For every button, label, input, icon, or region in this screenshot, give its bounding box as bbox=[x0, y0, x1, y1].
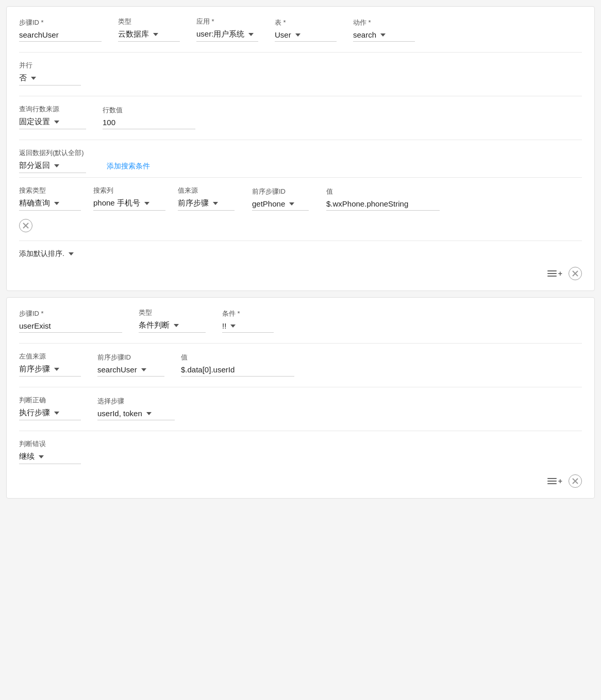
search-col-select[interactable]: phone 手机号 bbox=[93, 198, 165, 211]
card2-add-row-button[interactable]: + bbox=[547, 477, 562, 485]
parallel-value: 否 bbox=[19, 73, 27, 83]
divider-4 bbox=[19, 177, 582, 178]
parallel-label: 并行 bbox=[19, 61, 81, 70]
card2-select-step-value: userId, token bbox=[97, 409, 142, 418]
x-icon bbox=[23, 223, 29, 229]
card2-judge-correct-label: 判断正确 bbox=[19, 396, 81, 405]
field-row-count: 行数值 bbox=[103, 106, 195, 129]
return-data-value: 部分返回 bbox=[19, 161, 50, 170]
card2-add-row-lines-icon bbox=[547, 478, 557, 484]
card2-type-label: 类型 bbox=[139, 308, 206, 317]
card2-left-source-label: 左值来源 bbox=[19, 352, 81, 361]
card2-condition-select[interactable]: !! bbox=[222, 321, 274, 333]
card2-condition-chevron-icon bbox=[230, 325, 236, 328]
field-step-id: 步骤ID * bbox=[19, 18, 102, 42]
card2-select-step-select[interactable]: userId, token bbox=[97, 409, 175, 420]
card2-add-row-plus-icon: + bbox=[558, 477, 562, 485]
return-data-select[interactable]: 部分返回 bbox=[19, 161, 86, 173]
value-source-chevron-icon bbox=[213, 202, 218, 205]
card2-field-step-id: 步骤ID * bbox=[19, 309, 122, 333]
search-type-label: 搜索类型 bbox=[19, 186, 81, 195]
card2-field-prev-step-id: 前序步骤ID searchUser bbox=[97, 353, 164, 377]
row-query-rows: 查询行数来源 固定设置 行数值 bbox=[19, 105, 582, 129]
action-label: 动作 * bbox=[353, 18, 415, 27]
parallel-select[interactable]: 否 bbox=[19, 73, 81, 86]
card2-select-step-chevron-icon bbox=[146, 412, 152, 415]
return-data-chevron-icon bbox=[54, 164, 59, 167]
card2-condition-label: 条件 * bbox=[222, 309, 284, 318]
query-rows-source-chevron-icon bbox=[54, 121, 59, 124]
search-col-label: 搜索列 bbox=[93, 186, 165, 195]
divider-3 bbox=[19, 140, 582, 140]
card2-prev-step-id-label: 前序步骤ID bbox=[97, 353, 164, 362]
type-label: 类型 bbox=[118, 17, 180, 26]
card2-prev-step-id-chevron-icon bbox=[141, 368, 146, 371]
card2-divider-3 bbox=[19, 431, 582, 431]
value-source-select[interactable]: 前序步骤 bbox=[178, 198, 235, 211]
search-col-chevron-icon bbox=[144, 202, 149, 205]
card-search-user: 步骤ID * 类型 云数据库 应用 * user:用户系统 表 * User bbox=[6, 6, 595, 291]
remove-condition-button[interactable] bbox=[19, 219, 32, 232]
query-rows-source-select[interactable]: 固定设置 bbox=[19, 117, 86, 129]
row-count-input[interactable] bbox=[103, 118, 195, 129]
remove-condition-area bbox=[19, 219, 582, 232]
card2-divider-1 bbox=[19, 343, 582, 344]
card2-prev-step-id-select[interactable]: searchUser bbox=[97, 365, 164, 377]
card2-judge-correct-chevron-icon bbox=[54, 412, 59, 415]
field-search-col: 搜索列 phone 手机号 bbox=[93, 186, 165, 211]
row-count-label: 行数值 bbox=[103, 106, 195, 115]
card2-judge-error-label: 判断错误 bbox=[19, 439, 81, 449]
value-input[interactable] bbox=[326, 199, 440, 211]
field-query-rows-source: 查询行数来源 固定设置 bbox=[19, 105, 86, 129]
card2-value-label: 值 bbox=[181, 353, 294, 362]
field-table: 表 * User bbox=[275, 18, 337, 42]
card2-type-select[interactable]: 条件判断 bbox=[139, 320, 206, 333]
add-row-button[interactable]: + bbox=[547, 269, 562, 278]
card-user-exist: 步骤ID * 类型 条件判断 条件 * !! 左值来源 前序步骤 bbox=[6, 297, 595, 499]
row-return-data: 返回数据列(默认全部) 部分返回 添加搜索条件 bbox=[19, 148, 582, 173]
card2-prev-step-id-value: searchUser bbox=[97, 365, 137, 374]
table-value: User bbox=[275, 30, 291, 39]
add-sort-label[interactable]: 添加默认排序. bbox=[19, 249, 64, 259]
card2-judge-error-select[interactable]: 继续 bbox=[19, 452, 81, 464]
type-select[interactable]: 云数据库 bbox=[118, 29, 180, 42]
field-action: 动作 * search bbox=[353, 18, 415, 42]
card2-field-judge-error: 判断错误 继续 bbox=[19, 439, 81, 464]
card1-close-icon bbox=[572, 270, 578, 277]
prev-step-id-label: 前序步骤ID bbox=[252, 187, 314, 196]
add-row-lines-icon bbox=[547, 270, 557, 277]
app-select[interactable]: user:用户系统 bbox=[196, 29, 258, 42]
search-type-chevron-icon bbox=[54, 202, 59, 205]
divider-1 bbox=[19, 52, 582, 53]
card2-close-button[interactable] bbox=[569, 474, 582, 488]
step-id-input[interactable] bbox=[19, 30, 102, 42]
card2-judge-correct-select[interactable]: 执行步骤 bbox=[19, 408, 81, 420]
divider-5 bbox=[19, 241, 582, 241]
parallel-chevron-icon bbox=[31, 77, 36, 80]
card2-row-judge-correct: 判断正确 执行步骤 选择步骤 userId, token bbox=[19, 396, 582, 420]
prev-step-id-chevron-icon bbox=[289, 202, 294, 206]
step-id-label: 步骤ID * bbox=[19, 18, 102, 27]
app-value: user:用户系统 bbox=[196, 29, 244, 39]
card2-step-id-input[interactable] bbox=[19, 321, 122, 333]
type-chevron-icon bbox=[153, 33, 158, 36]
search-condition-row: 搜索类型 精确查询 搜索列 phone 手机号 值来源 前序步骤 前序步骤ID … bbox=[19, 186, 582, 211]
table-select[interactable]: User bbox=[275, 30, 337, 42]
action-select[interactable]: search bbox=[353, 30, 415, 42]
card2-field-select-step: 选择步骤 userId, token bbox=[97, 397, 175, 420]
add-sort-chevron-icon bbox=[69, 252, 74, 255]
card1-close-button[interactable] bbox=[569, 267, 582, 280]
prev-step-id-select[interactable]: getPhone bbox=[252, 199, 309, 211]
table-chevron-icon bbox=[295, 33, 300, 37]
search-type-value: 精确查询 bbox=[19, 198, 50, 208]
action-value: search bbox=[353, 30, 376, 39]
value-label: 值 bbox=[326, 187, 440, 196]
card2-field-condition: 条件 * !! bbox=[222, 309, 284, 333]
card2-step-id-label: 步骤ID * bbox=[19, 309, 122, 318]
add-search-condition-link[interactable]: 添加搜索条件 bbox=[107, 162, 150, 173]
field-parallel: 并行 否 bbox=[19, 61, 81, 86]
card2-field-judge-correct: 判断正确 执行步骤 bbox=[19, 396, 81, 420]
search-type-select[interactable]: 精确查询 bbox=[19, 198, 81, 211]
card2-value-input[interactable] bbox=[181, 365, 294, 377]
card2-left-source-select[interactable]: 前序步骤 bbox=[19, 364, 81, 377]
